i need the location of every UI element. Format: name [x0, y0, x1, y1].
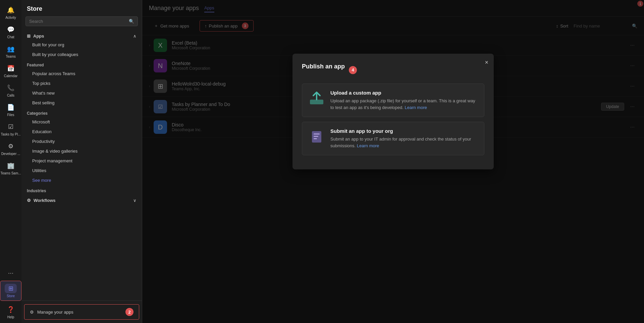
- upload-custom-app-option[interactable]: Upload a custom app Upload an app packag…: [302, 84, 484, 117]
- more-apps-icon[interactable]: ···: [8, 265, 14, 281]
- sidebar-item-whats-new[interactable]: What's new: [21, 88, 142, 98]
- rail-label-store: Store: [7, 294, 15, 298]
- rail-item-tasks[interactable]: ☑ Tasks by Pl...: [0, 119, 21, 139]
- search-icon: 🔍: [129, 19, 134, 24]
- categories-label: Categories: [21, 108, 142, 117]
- modal-title: Publish an app: [302, 63, 345, 70]
- sidebar-item-image-video[interactable]: Image & video galleries: [21, 146, 142, 156]
- submit-option-desc: Submit an app to your IT admin for appro…: [330, 136, 478, 149]
- sidebar-item-top-picks[interactable]: Top picks: [21, 78, 142, 88]
- svg-rect-2: [314, 133, 320, 134]
- files-icon: 📄: [7, 104, 14, 111]
- upload-option-desc: Upload an app package (.zip file) for yo…: [330, 98, 478, 111]
- sidebar-item-utilities[interactable]: Utilities: [21, 166, 142, 175]
- apps-grid-icon: ⊞: [27, 34, 31, 39]
- sidebar-search-box[interactable]: 🔍: [25, 16, 138, 26]
- rail-label-teams: Teams: [6, 55, 15, 58]
- industries-label: Industries: [21, 185, 142, 195]
- upload-learn-more-link[interactable]: Learn more: [405, 105, 427, 110]
- teams-icon: 👥: [7, 45, 14, 53]
- rail-label-calendar: Calendar: [4, 74, 18, 78]
- icon-rail: 🔔 Activity 💬 Chat 👥 Teams 📅 Calendar 📞 C…: [0, 0, 21, 323]
- modal-overlay: Publish an app 4 × Upload a custom app U…: [142, 0, 644, 323]
- activity-icon: 🔔: [7, 6, 14, 14]
- store-icon: ⊞: [8, 285, 13, 292]
- workflows-expand-icon: ∨: [133, 198, 137, 203]
- teams-sam-icon: 🏢: [7, 162, 14, 169]
- rail-label-calls: Calls: [7, 94, 14, 97]
- rail-label-developer: Developer ...: [1, 152, 20, 156]
- calendar-icon: 📅: [7, 65, 14, 72]
- calls-icon: 📞: [7, 84, 14, 92]
- rail-item-files[interactable]: 📄 Files: [0, 100, 21, 119]
- rail-item-activity[interactable]: 🔔 Activity: [0, 3, 21, 22]
- rail-item-calendar[interactable]: 📅 Calendar: [0, 61, 21, 80]
- tasks-icon: ☑: [8, 123, 13, 130]
- upload-app-icon: [308, 90, 325, 107]
- upload-option-content: Upload a custom app Upload an app packag…: [330, 90, 478, 111]
- sidebar-item-built-by-colleagues[interactable]: Built by your colleagues: [21, 50, 142, 59]
- publish-app-modal: Publish an app 4 × Upload a custom app U…: [292, 54, 494, 169]
- featured-label: Featured: [21, 59, 142, 69]
- sidebar-item-popular[interactable]: Popular across Teams: [21, 69, 142, 78]
- manage-apps-icon: ⚙: [30, 310, 34, 315]
- workflows-section-title: ⚙ Workflows: [27, 198, 56, 203]
- rail-item-teams-sam[interactable]: 🏢 Teams Sam...: [0, 158, 21, 178]
- chat-icon: 💬: [7, 26, 14, 33]
- submit-app-option[interactable]: Submit an app to your org Submit an app …: [302, 122, 484, 155]
- rail-label-help: Help: [7, 315, 14, 319]
- workflows-section-header[interactable]: ⚙ Workflows ∨: [21, 195, 142, 204]
- rail-item-teams[interactable]: 👥 Teams: [0, 42, 21, 61]
- search-input[interactable]: [29, 19, 129, 24]
- submit-option-title: Submit an app to your org: [330, 128, 478, 134]
- rail-label-activity: Activity: [5, 16, 16, 19]
- rail-label-chat: Chat: [7, 35, 14, 39]
- rail-label-files: Files: [7, 113, 14, 117]
- sidebar-item-project-management[interactable]: Project management: [21, 156, 142, 166]
- sidebar-bottom: ⚙ Manage your apps 2: [21, 301, 142, 323]
- rail-item-help[interactable]: ❓ Help: [0, 302, 21, 323]
- sidebar-item-best-selling[interactable]: Best selling: [21, 98, 142, 108]
- help-icon: ❓: [7, 306, 14, 313]
- rail-label-tasks: Tasks by Pl...: [1, 132, 21, 136]
- submit-option-content: Submit an app to your org Submit an app …: [330, 128, 478, 149]
- manage-badge: 2: [125, 308, 133, 316]
- main-content: Manage your apps Apps ＋ Get more apps ↑ …: [142, 0, 644, 323]
- submit-learn-more-link[interactable]: Learn more: [357, 143, 379, 148]
- apps-collapse-icon: ∧: [133, 34, 137, 39]
- modal-badge: 4: [349, 66, 357, 74]
- sidebar-content: ⊞ Apps ∧ Built for your org Built by you…: [21, 30, 142, 301]
- svg-rect-0: [310, 100, 323, 104]
- sidebar-title: Store: [21, 0, 142, 15]
- svg-rect-4: [314, 138, 317, 139]
- sidebar-item-education[interactable]: Education: [21, 127, 142, 137]
- sidebar-item-microsoft[interactable]: Microsoft: [21, 117, 142, 127]
- rail-item-developer[interactable]: ⚙ Developer ...: [0, 139, 21, 158]
- developer-icon: ⚙: [8, 143, 13, 150]
- rail-item-calls[interactable]: 📞 Calls: [0, 80, 21, 100]
- workflows-icon: ⚙: [27, 198, 31, 203]
- modal-close-button[interactable]: ×: [485, 59, 488, 66]
- upload-option-title: Upload a custom app: [330, 90, 478, 96]
- rail-item-store[interactable]: ⊞ Store 1: [0, 281, 21, 301]
- apps-section-header[interactable]: ⊞ Apps ∧: [21, 30, 142, 40]
- sidebar: Store 🔍 ⊞ Apps ∧ Built for your org Buil…: [21, 0, 142, 323]
- manage-apps-label: Manage your apps: [37, 310, 73, 315]
- submit-app-icon: [308, 128, 325, 145]
- rail-label-teams-sam: Teams Sam...: [0, 171, 21, 175]
- sidebar-item-productivity[interactable]: Productivity: [21, 137, 142, 146]
- apps-section-title: ⊞ Apps: [27, 34, 44, 39]
- manage-apps-item[interactable]: ⚙ Manage your apps 2: [24, 304, 139, 320]
- rail-item-chat[interactable]: 💬 Chat: [0, 22, 21, 42]
- sidebar-item-built-for-org[interactable]: Built for your org: [21, 40, 142, 50]
- svg-rect-3: [314, 136, 318, 137]
- sidebar-item-see-more[interactable]: See more: [21, 175, 142, 185]
